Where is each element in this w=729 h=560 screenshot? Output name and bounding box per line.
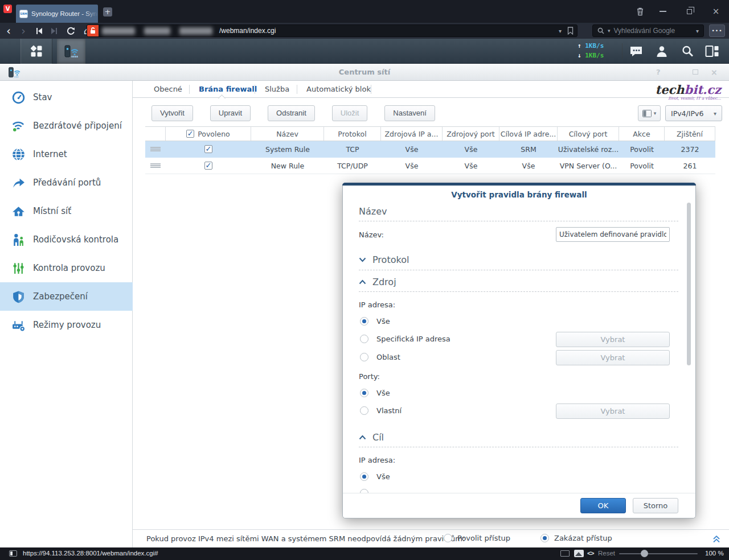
dialog-scrollbar[interactable] xyxy=(687,203,691,365)
sidebar-item-kontrola-provozu[interactable]: Kontrola provozu xyxy=(0,254,133,282)
bookmark-icon[interactable] xyxy=(567,27,574,35)
tab-sluzba[interactable]: Služba xyxy=(263,81,292,98)
section-protokol[interactable]: Protokol xyxy=(359,254,409,265)
select-ports-button[interactable]: Vybrat xyxy=(556,403,670,419)
rule-enabled-checkbox[interactable]: ✓ xyxy=(204,145,212,153)
page-frame-icon[interactable] xyxy=(560,550,570,557)
sidebar-item-mistni-sit[interactable]: Místní síť xyxy=(0,197,133,225)
sidebar-item-rodicovska-kontrola[interactable]: Rodičovská kontrola xyxy=(0,225,133,254)
collapse-panel-button[interactable] xyxy=(712,534,721,546)
page-actions-icon[interactable]: <> xyxy=(587,550,593,557)
forward-button[interactable]: › xyxy=(17,23,30,39)
vivaldi-menu-button[interactable]: V xyxy=(3,5,12,13)
app-close-button[interactable]: × xyxy=(711,68,718,77)
settings-button[interactable]: Nastavení xyxy=(384,105,435,121)
col-header-cilovy-port[interactable]: Cílový port xyxy=(558,127,619,141)
back-button[interactable]: ‹ xyxy=(2,23,15,39)
dest-ip-all-option[interactable]: Vše xyxy=(360,472,390,481)
search-engine-caret[interactable]: ▾ xyxy=(608,28,611,34)
drag-handle-icon[interactable] xyxy=(150,163,161,168)
allow-radio[interactable] xyxy=(444,534,452,542)
search-dropdown-caret[interactable]: ▾ xyxy=(696,28,699,34)
rule-name-input[interactable] xyxy=(556,227,670,242)
tab-brana-firewall[interactable]: Brána firewall xyxy=(196,81,259,98)
window-close-button[interactable]: × xyxy=(710,6,722,17)
widgets-button[interactable] xyxy=(705,44,719,58)
source-ports-custom-radio[interactable] xyxy=(360,406,368,415)
allow-access-option[interactable]: Povolit přístup xyxy=(444,534,510,542)
dest-ip-all-radio[interactable] xyxy=(360,472,368,481)
tab-obecne[interactable]: Obecné xyxy=(151,81,185,98)
source-ip-all-option[interactable]: Vše xyxy=(360,317,390,326)
table-row[interactable]: ✓ New Rule TCP/UDP Vše Vše Vše VPN Serve… xyxy=(145,158,715,174)
fast-forward-button[interactable] xyxy=(48,23,60,39)
main-menu-button[interactable] xyxy=(21,39,52,64)
toolbar-overflow-button[interactable]: ••• xyxy=(709,24,725,37)
address-dropdown-caret[interactable]: ▾ xyxy=(559,28,562,34)
source-ports-custom-option[interactable]: Vlastní xyxy=(360,406,402,415)
column-view-button[interactable]: ▾ xyxy=(638,105,661,121)
deny-access-option[interactable]: Zakázat přístup xyxy=(540,534,612,542)
source-ports-all-radio[interactable] xyxy=(360,389,368,397)
window-restore-button[interactable] xyxy=(682,6,695,17)
col-header-zjisteni[interactable]: Zjištění xyxy=(665,127,715,141)
col-header-povoleno[interactable]: Povoleno xyxy=(198,130,230,138)
col-header-akce[interactable]: Akce xyxy=(619,127,665,141)
source-ip-all-radio[interactable] xyxy=(360,317,368,326)
rule-enabled-checkbox[interactable]: ✓ xyxy=(204,162,212,170)
section-cil[interactable]: Cíl xyxy=(359,432,384,443)
new-tab-button[interactable]: + xyxy=(103,7,112,17)
ip-version-select[interactable]: IPv4/IPv6▾ xyxy=(665,105,722,121)
trash-icon[interactable] xyxy=(634,6,646,17)
search-bar[interactable]: ▾ Vyhledávání Google ▾ xyxy=(592,24,704,37)
col-header-nazev[interactable]: Název xyxy=(251,127,324,141)
zoom-reset-button[interactable]: Reset xyxy=(598,550,615,557)
address-bar[interactable]: /webman/index.cgi ▾ xyxy=(87,24,578,37)
app-maximize-button[interactable] xyxy=(693,69,698,75)
source-region-option[interactable]: Oblast xyxy=(360,353,400,361)
reload-button[interactable] xyxy=(64,23,77,39)
select-all-checkbox[interactable]: ✓ xyxy=(186,130,194,138)
section-zdroj[interactable]: Zdroj xyxy=(359,277,396,287)
save-button[interactable]: Uložit xyxy=(332,105,368,121)
user-menu-button[interactable] xyxy=(654,44,669,58)
sidebar-item-internet[interactable]: Internet xyxy=(0,140,133,168)
select-region-button[interactable]: Vybrat xyxy=(556,350,670,365)
source-ip-specific-radio[interactable] xyxy=(360,335,368,343)
sidebar-item-bezdratove-pripojeni[interactable]: Bezdrátové připojení xyxy=(0,112,133,140)
browser-tab[interactable]: SRM Synology Router - Synolog xyxy=(16,5,98,23)
sidebar-item-predavani-portu[interactable]: Předávání portů xyxy=(0,168,133,197)
srm-search-button[interactable] xyxy=(680,44,695,58)
select-specific-ip-button[interactable]: Vybrat xyxy=(556,332,670,347)
sidebar-item-zabezpeceni[interactable]: Zabezpečení xyxy=(0,282,133,311)
create-button[interactable]: Vytvořit xyxy=(151,105,193,121)
sidebar-item-stav[interactable]: Stav xyxy=(0,83,133,112)
sidebar-item-rezimy-provozu[interactable]: Režimy provozu xyxy=(0,311,133,339)
col-header-cilova-ip[interactable]: Cílová IP adre... xyxy=(499,127,558,141)
cancel-button[interactable]: Storno xyxy=(633,498,678,513)
col-header-zdrojovy-port[interactable]: Zdrojový port xyxy=(443,127,499,141)
source-ports-all-option[interactable]: Vše xyxy=(360,389,390,397)
edit-button[interactable]: Upravit xyxy=(210,105,251,121)
zoom-slider-handle[interactable] xyxy=(641,550,648,557)
col-header-zdrojova-ip[interactable]: Zdrojová IP a... xyxy=(381,127,443,141)
delete-button[interactable]: Odstranit xyxy=(268,105,315,121)
search-input[interactable]: Vyhledávání Google xyxy=(614,27,693,35)
insecure-lock-icon[interactable] xyxy=(87,25,99,36)
window-title-bar[interactable]: Centrum sítí ? × xyxy=(0,64,729,81)
rewind-button[interactable] xyxy=(33,23,46,39)
zoom-slider[interactable] xyxy=(619,553,698,554)
notifications-button[interactable] xyxy=(629,44,644,58)
deny-radio[interactable] xyxy=(540,534,549,542)
tab-automaticky-blok[interactable]: Automatický blok xyxy=(304,81,373,98)
window-minimize-button[interactable] xyxy=(657,6,669,17)
source-region-radio[interactable] xyxy=(360,353,368,361)
source-ip-specific-option[interactable]: Specifická IP adresa xyxy=(360,335,450,343)
images-toggle-icon[interactable] xyxy=(574,550,584,557)
window-help-button[interactable]: ? xyxy=(656,68,661,76)
ok-button[interactable]: OK xyxy=(580,498,626,513)
url-path[interactable]: /webman/index.cgi xyxy=(219,27,555,35)
network-center-app-button[interactable] xyxy=(57,39,85,64)
table-row[interactable]: ✓ System Rule TCP Vše Vše SRM Uživatelsk… xyxy=(145,141,715,158)
drag-handle-icon[interactable] xyxy=(150,147,161,151)
